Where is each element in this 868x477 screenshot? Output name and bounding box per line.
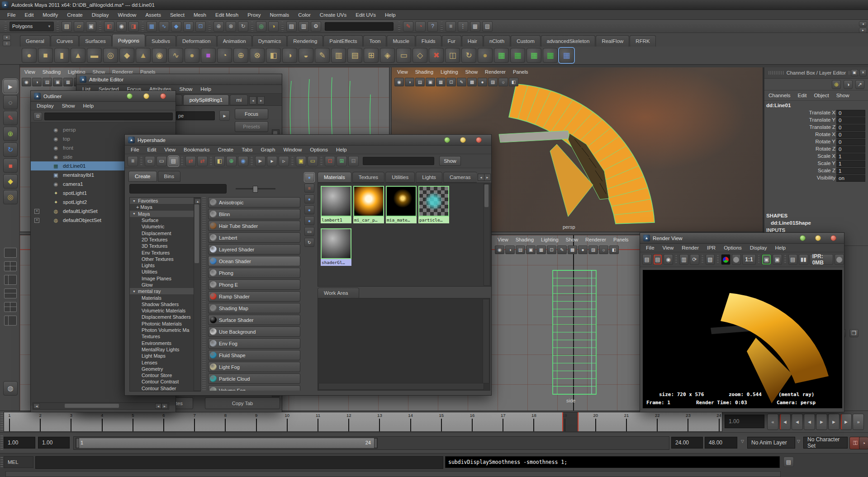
render-view-menu-view[interactable]: View [659, 244, 678, 252]
channel-value-field[interactable]: 1 [836, 161, 865, 167]
group-ridge[interactable] [99, 22, 101, 31]
panel-menu-view[interactable]: View [21, 68, 39, 76]
browser-tab-textures[interactable]: Textures [352, 172, 384, 183]
panel-menu-renderer[interactable]: Renderer [582, 236, 610, 243]
bevel-icon[interactable]: ◈ [380, 48, 395, 63]
swatch-scrollbar[interactable] [484, 184, 490, 286]
minimize-icon[interactable] [444, 137, 450, 143]
show-top-tabs-only-icon[interactable]: ▭ [145, 156, 155, 166]
tab-work-area[interactable]: Work Area [318, 288, 359, 298]
create-tree-item-mentalray-lights[interactable]: MentalRay Lights [130, 346, 200, 353]
current-time-field[interactable]: 1.00 [725, 415, 764, 428]
scrollbar-thumb[interactable] [194, 204, 199, 263]
snapshot-icon[interactable]: ◉ [664, 254, 673, 265]
wireframe-icon[interactable]: ▩ [467, 78, 477, 86]
poly-torus-icon[interactable]: ◎ [103, 48, 118, 63]
create-tree-item-contour-contrast[interactable]: Contour Contrast [130, 378, 200, 385]
work-area-hscrollbar[interactable] [318, 383, 484, 390]
open-scene-icon[interactable]: ▱ [74, 21, 84, 32]
menu-assets[interactable]: Assets [141, 11, 166, 19]
create-tree-item-textures[interactable]: Textures [130, 333, 200, 340]
poly-cube-icon[interactable]: ■ [38, 48, 53, 63]
copy-tab-button[interactable]: Copy Tab [205, 397, 280, 409]
poly-soccerball-icon[interactable]: ● [185, 48, 199, 63]
use-lights-icon[interactable]: ☼ [498, 78, 508, 86]
create-tree-item-favorites[interactable]: ▼Favorites [130, 198, 200, 204]
poly-pipe-icon[interactable]: ◉ [152, 48, 167, 63]
channel-value-field[interactable]: 0 [836, 139, 865, 146]
lock-camera-icon[interactable]: ◑ [505, 246, 515, 254]
browser-tab-lights[interactable]: Lights [416, 172, 442, 183]
range-slider-bar[interactable]: 1 24 [76, 438, 378, 449]
open-render-settings-icon[interactable]: ▤ [788, 254, 798, 265]
outliner-menu-display[interactable]: Display [33, 102, 58, 110]
input-connections-icon[interactable]: ▣ [296, 156, 306, 166]
shelf-tab-curves[interactable]: Curves [51, 35, 79, 47]
remove-image-icon[interactable]: ▣ [773, 254, 782, 265]
image-plane-icon[interactable]: ▦ [536, 246, 546, 254]
shelf-tab-rendering[interactable]: Rendering [287, 35, 323, 47]
counts-toggle-icon[interactable]: ≡ [446, 21, 456, 32]
group-ridge[interactable] [251, 22, 253, 31]
create-tree-item-surface[interactable]: Surface [130, 217, 200, 223]
next-graph-icon[interactable]: ⇄ [197, 156, 208, 166]
close-panel-icon[interactable]: ✕ [859, 69, 867, 76]
separate-icon[interactable]: ⊗ [250, 48, 265, 63]
menu-edit-mesh[interactable]: Edit Mesh [211, 11, 243, 19]
scrollbar-thumb[interactable] [484, 184, 489, 207]
textured-icon[interactable]: ▨ [488, 78, 498, 86]
create-tree-item-light-maps[interactable]: Light Maps [130, 353, 200, 359]
sculpt-icon[interactable]: ● [478, 48, 493, 63]
scroll-right-icon[interactable]: ► [161, 403, 168, 409]
playback-start-field[interactable]: 1.00 [38, 437, 70, 449]
step-forward-key-button[interactable]: ► [828, 414, 840, 430]
hud-toggle-icon[interactable]: ▩ [470, 21, 480, 32]
shader-button-hair-tube-shader[interactable]: Hair Tube Shader [208, 221, 300, 231]
grease-pencil-icon[interactable]: ✎ [457, 78, 466, 86]
attribute-editor-title-bar[interactable]: ▲ Attribute Editor [76, 74, 282, 85]
show-top-and-bottom-tabs-icon[interactable]: ▤ [168, 156, 179, 166]
shader-button-light-fog[interactable]: Light Fog [208, 362, 300, 372]
panel-menu-panels[interactable]: Panels [509, 68, 532, 76]
hypershade-menu-window[interactable]: Window [279, 146, 306, 154]
create-tree-item-displacement[interactable]: Displacement [130, 230, 200, 236]
clear-graph-icon[interactable]: ◧ [214, 156, 225, 166]
shelf-tab-custom[interactable]: Custom [511, 35, 541, 47]
graph-materials-icon[interactable]: ⊕ [226, 156, 237, 166]
group-ridge[interactable] [57, 22, 59, 31]
slider-handle[interactable] [253, 186, 258, 193]
four-pane-layout[interactable] [4, 261, 17, 271]
uv-spherical-icon[interactable]: ▦ [526, 48, 541, 63]
shelf-edit-icon[interactable]: ≡ [3, 41, 11, 46]
create-tree-item-other-textures[interactable]: Other Textures [130, 256, 200, 262]
shelf-tab-rfrk[interactable]: RFRK [630, 35, 655, 47]
select-tool[interactable]: ► [3, 79, 18, 94]
menu-create[interactable]: Create [62, 11, 87, 19]
grease-pencil-icon[interactable]: ✎ [557, 246, 567, 254]
hypershade-title-bar[interactable]: ▲ Hypershade [125, 135, 491, 146]
ipr-render-icon[interactable]: ▥ [679, 254, 689, 265]
shelf-tab-muscle[interactable]: Muscle [387, 35, 415, 47]
create-tree-item-image-planes[interactable]: Image Planes [130, 275, 200, 282]
shader-button-ocean-shader[interactable]: Ocean Shader [208, 256, 300, 266]
uv-cylindrical-icon[interactable]: ▦ [510, 48, 525, 63]
mel-input[interactable] [35, 456, 443, 469]
menu-modify[interactable]: Modify [38, 11, 62, 19]
go-to-start-button[interactable]: « [767, 414, 778, 430]
make-live-icon[interactable]: ◎ [256, 21, 266, 32]
go-to-end-button[interactable]: » [853, 414, 864, 430]
tab-scroll-right-icon[interactable]: ► [257, 96, 265, 104]
hypershade-menu-help[interactable]: Help [332, 146, 351, 154]
shelf-tab-deformation[interactable]: Deformation [176, 35, 217, 47]
bookmarks-icon[interactable]: ▣ [53, 78, 62, 86]
bookmarks-icon[interactable]: ▣ [426, 78, 435, 86]
previous-graph-icon[interactable]: ⇄ [185, 156, 196, 166]
panel-menu-lighting[interactable]: Lighting [537, 236, 562, 243]
panel-menu-show[interactable]: Show [462, 68, 482, 76]
animation-end-field[interactable]: 48.00 [705, 437, 737, 449]
channel-box-menu-edit[interactable]: Edit [795, 92, 810, 99]
image-plane-icon[interactable]: ▦ [63, 78, 73, 86]
shader-button-env-fog[interactable]: Env Fog [208, 338, 300, 349]
render-current-frame-icon[interactable]: ▤ [286, 21, 297, 32]
list-view-icon[interactable]: ≡ [304, 184, 314, 193]
